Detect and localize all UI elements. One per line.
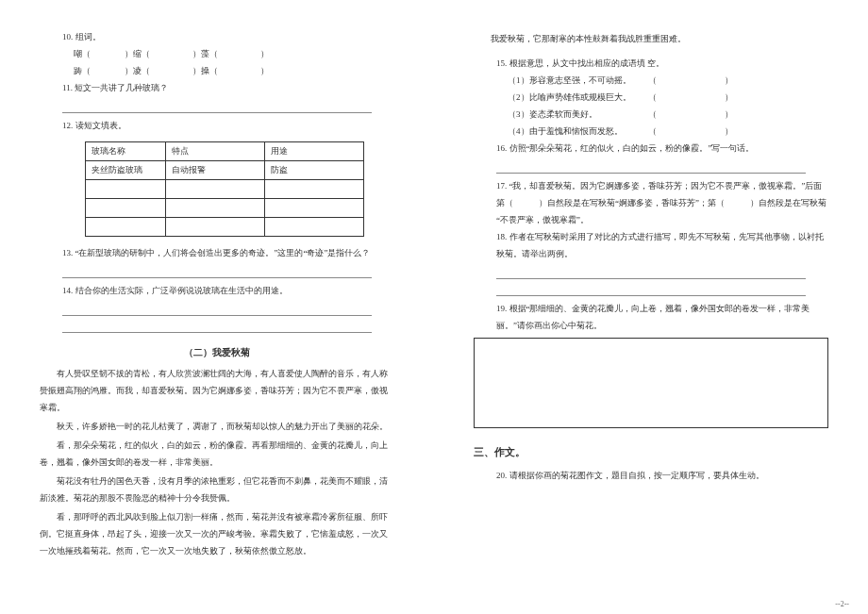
cell-name: 夹丝防盗玻璃 bbox=[86, 161, 166, 180]
q13-label: 13. “在新型玻璃的研制中，人们将会创造出更多的奇迹。”这里的“奇迹”是指什么… bbox=[40, 244, 394, 261]
passage-paragraph: 有人赞叹坚韧不拔的青松，有人欣赏波澜壮阔的大海，有人喜爱使人陶醉的音乐，有人称赞… bbox=[40, 365, 394, 416]
q14-label: 14. 结合你的生活实际，广泛举例说说玻璃在生活中的用途。 bbox=[40, 282, 394, 299]
q16-answer-line bbox=[496, 162, 806, 174]
q12-label: 12. 读短文填表。 bbox=[40, 117, 394, 134]
q18-answer-line-1 bbox=[496, 268, 806, 279]
q10-row-a: 嘲（ ）缩（ ）藻（ ） bbox=[40, 45, 394, 62]
table-row bbox=[86, 180, 364, 199]
q11-answer-line bbox=[62, 102, 372, 113]
passage-paragraph: 我爱秋菊，它那耐寒的本性鼓舞着我战胜重重困难。 bbox=[474, 30, 828, 47]
q18-answer-line-2 bbox=[496, 285, 806, 296]
q19-label: 19. 根据“那细细的、金黄的花瓣儿，向上卷，翘着，像外国女郎的卷发一样，非常美… bbox=[474, 300, 828, 334]
q13-answer-line bbox=[62, 267, 372, 278]
q10-label: 10. 组词。 bbox=[40, 28, 394, 45]
cell-feature: 自动报警 bbox=[166, 161, 265, 180]
table-row bbox=[86, 199, 364, 218]
table-row: 玻璃名称 特点 用途 bbox=[86, 142, 364, 161]
page-left: 10. 组词。 嘲（ ）缩（ ）藻（ ） 踌（ ）凌（ ）操（ ） 11. 短文… bbox=[0, 0, 434, 614]
q15-item-4: （4）由于羞愧和恼恨而发怒。 （ ） bbox=[474, 123, 828, 140]
passage-paragraph: 秋天，许多娇艳一时的花儿枯黄了，凋谢了，而秋菊却以惊人的魅力开出了美丽的花朵。 bbox=[40, 418, 394, 435]
passage-2-title: （二）我爱秋菊 bbox=[40, 346, 394, 359]
q17-label: 17. “我，却喜爱秋菊。因为它婀娜多姿，香味芬芳；因为它不畏严寒，傲视寒霜。”… bbox=[474, 177, 828, 228]
glass-table: 玻璃名称 特点 用途 夹丝防盗玻璃 自动报警 防盗 bbox=[85, 141, 364, 237]
cell-use: 防盗 bbox=[265, 161, 364, 180]
q20-label: 20. 请根据你画的菊花图作文，题目自拟，按一定顺序写，要具体生动。 bbox=[474, 467, 828, 484]
q10-row-b: 踌（ ）凌（ ）操（ ） bbox=[40, 62, 394, 79]
q15-label: 15. 根据意思，从文中找出相应的成语填 空。 bbox=[474, 55, 828, 72]
table-row bbox=[86, 218, 364, 237]
q15-item-2: （2）比喻声势雄伟或规模巨大。 （ ） bbox=[474, 89, 828, 106]
passage-paragraph: 看，那呼呼的西北风吹到脸上似刀割一样痛，然而，菊花并没有被寒霜冷雾所征服、所吓倒… bbox=[40, 508, 394, 559]
q11-label: 11. 短文一共讲了几种玻璃？ bbox=[40, 79, 394, 96]
table-header-use: 用途 bbox=[265, 142, 364, 161]
q16-label: 16. 仿照“那朵朵菊花，红的似火，白的如云，粉的像霞。”写一句话。 bbox=[474, 140, 828, 157]
passage-paragraph: 看，那朵朵菊花，红的似火，白的如云，粉的像霞。再看那细细的、金黄的花瓣儿，向上卷… bbox=[40, 437, 394, 471]
q18-label: 18. 作者在写秋菊时采用了对比的方式进行描写，即先不写秋菊，先写其他事物，以衬… bbox=[474, 228, 828, 262]
q14-answer-line-1 bbox=[62, 305, 372, 316]
q15-item-3: （3）姿态柔软而美好。 （ ） bbox=[474, 106, 828, 123]
section-3-heading: 三、作文。 bbox=[474, 445, 828, 459]
table-header-name: 玻璃名称 bbox=[86, 142, 166, 161]
page-number: --2-- bbox=[835, 600, 849, 608]
table-row: 夹丝防盗玻璃 自动报警 防盗 bbox=[86, 161, 364, 180]
table-header-feature: 特点 bbox=[166, 142, 265, 161]
drawing-box bbox=[474, 338, 828, 428]
q14-answer-line-2 bbox=[62, 322, 372, 333]
passage-paragraph: 菊花没有牡丹的国色天香，没有月季的浓艳重彩，但它花香而不刺鼻，花美而不耀眼，清新… bbox=[40, 473, 394, 506]
q15-item-1: （1）形容意志坚强，不可动摇。 （ ） bbox=[474, 72, 828, 89]
page-right: 我爱秋菊，它那耐寒的本性鼓舞着我战胜重重困难。 15. 根据意思，从文中找出相应… bbox=[434, 0, 868, 614]
